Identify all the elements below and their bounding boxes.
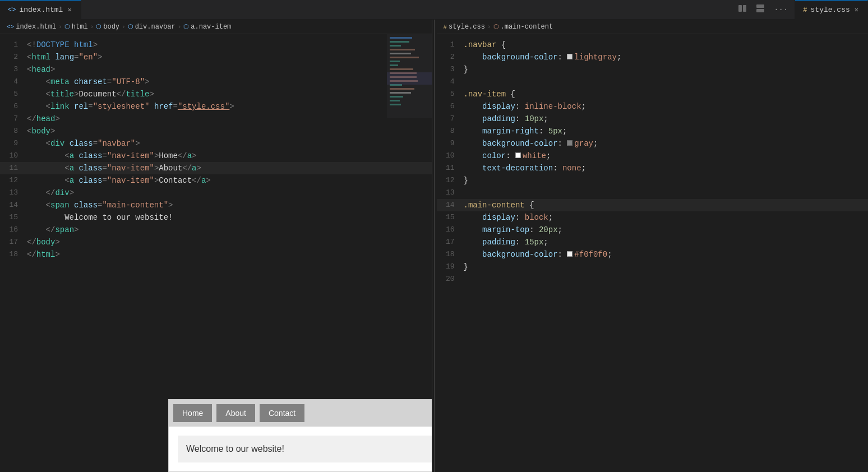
- line-content-18: </html>: [27, 248, 432, 261]
- div-tag-icon: ⬡: [128, 23, 133, 30]
- css-line-14: 14 .main-content {: [437, 199, 869, 211]
- css-num-5: 5: [437, 88, 464, 100]
- breadcrumb-css-file: # style.css: [444, 23, 485, 31]
- css-line-2: 2 background-color: lightgray;: [437, 51, 869, 63]
- line-num-4: 4: [0, 76, 27, 88]
- code-line-7: 7 </head>: [0, 113, 432, 125]
- tab-index-html[interactable]: <> index.html ✕: [0, 0, 81, 20]
- css-line-10: 10 color: white;: [437, 150, 869, 162]
- html-breadcrumb-icon: <>: [7, 24, 14, 30]
- svg-rect-19: [390, 96, 403, 98]
- svg-rect-7: [390, 49, 415, 50]
- preview-about-btn[interactable]: About: [216, 404, 255, 422]
- line-content-7: </head>: [27, 113, 432, 125]
- tab-close-css-button[interactable]: ✕: [853, 4, 860, 15]
- css-num-9: 9: [437, 137, 464, 150]
- html-tag-icon: ⬡: [64, 23, 70, 30]
- svg-rect-1: [743, 5, 746, 12]
- css-line-8: 8 margin-right: 5px;: [437, 125, 869, 137]
- line-content-10: <a class="nav-item">Home</a>: [27, 150, 432, 162]
- line-content-14: <span class="main-content">: [27, 199, 432, 211]
- breadcrumb-divnavbar-label: div.navbar: [135, 23, 176, 31]
- breadcrumb-divnavbar: ⬡ div.navbar: [128, 23, 176, 31]
- css-line-3: 3 }: [437, 63, 869, 76]
- code-line-12: 12 <a class="nav-item">Contact</a>: [0, 174, 432, 187]
- code-line-18: 18 </html>: [0, 248, 432, 261]
- line-num-8: 8: [0, 125, 27, 137]
- tab-close-button[interactable]: ✕: [66, 4, 72, 15]
- preview-main-content: Welcome to our website!: [178, 436, 432, 462]
- code-line-2: 2 <html lang="en">: [0, 51, 432, 63]
- line-num-14: 14: [0, 199, 27, 211]
- right-breadcrumb: # style.css › ⬡ .main-content: [437, 20, 869, 34]
- breadcrumb-filename: index.html: [16, 23, 56, 31]
- css-content-18: background-color: #f0f0f0;: [464, 248, 869, 261]
- css-num-3: 3: [437, 63, 464, 76]
- svg-rect-21: [390, 104, 401, 105]
- css-content-4: [464, 76, 869, 88]
- line-num-18: 18: [0, 248, 27, 261]
- svg-rect-22: [387, 72, 432, 85]
- line-num-13: 13: [0, 187, 27, 199]
- css-num-7: 7: [437, 113, 464, 125]
- code-line-1: 1 <!DOCTYPE html>: [0, 39, 432, 51]
- code-line-11: 11 <a class="nav-item">About</a>: [0, 162, 432, 174]
- preview-navbar: Home About Contact: [169, 400, 432, 427]
- css-num-11: 11: [437, 162, 464, 174]
- preview-welcome-text: Welcome to our website!: [186, 444, 284, 454]
- preview-home-btn[interactable]: Home: [173, 404, 212, 422]
- line-num-16: 16: [0, 224, 27, 236]
- split-vertical-button[interactable]: [754, 3, 767, 16]
- code-line-10: 10 <a class="nav-item">Home</a>: [0, 150, 432, 162]
- minimap: [387, 34, 432, 118]
- css-num-12: 12: [437, 174, 464, 187]
- code-line-6: 6 <link rel="stylesheet" href="style.css…: [0, 100, 432, 113]
- css-num-19: 19: [437, 261, 464, 273]
- css-content-11: text-decoration: none;: [464, 162, 869, 174]
- code-line-8: 8 <body>: [0, 125, 432, 137]
- css-line-6: 6 display: inline-block;: [437, 100, 869, 113]
- line-num-7: 7: [0, 113, 27, 125]
- preview-content-area: Welcome to our website!: [169, 427, 432, 471]
- a-tag-icon: ⬡: [183, 23, 189, 30]
- html-file-icon: <>: [8, 6, 16, 14]
- split-editor-button[interactable]: [736, 3, 749, 16]
- css-content-6: display: inline-block;: [464, 100, 869, 113]
- css-content-14: .main-content {: [464, 199, 869, 211]
- css-line-18: 18 background-color: #f0f0f0;: [437, 248, 869, 261]
- css-content-5: .nav-item {: [464, 88, 869, 100]
- line-num-17: 17: [0, 236, 27, 248]
- svg-rect-10: [390, 61, 400, 62]
- css-content-9: background-color: gray;: [464, 137, 869, 150]
- css-selector-icon: ⬡: [493, 23, 499, 30]
- preview-popup: Home About Contact Welcome to our websit…: [168, 399, 432, 472]
- css-num-15: 15: [437, 211, 464, 224]
- tab-style-css[interactable]: # style.css ✕: [795, 0, 868, 20]
- css-content-20: [464, 273, 869, 285]
- line-content-6: <link rel="stylesheet" href="style.css">: [27, 100, 432, 113]
- css-line-12: 12 }: [437, 174, 869, 187]
- css-num-16: 16: [437, 224, 464, 236]
- line-content-16: </span>: [27, 224, 432, 236]
- css-line-11: 11 text-decoration: none;: [437, 162, 869, 174]
- css-num-18: 18: [437, 248, 464, 261]
- breadcrumb-html-label: html: [72, 23, 88, 31]
- css-content-1: .navbar {: [464, 39, 869, 51]
- css-line-17: 17 padding: 15px;: [437, 236, 869, 248]
- css-line-20: 20: [437, 273, 869, 285]
- svg-rect-18: [390, 92, 411, 94]
- more-actions-button[interactable]: ···: [772, 4, 790, 15]
- svg-rect-2: [756, 4, 764, 8]
- breadcrumb-body: ⬡ body: [96, 23, 119, 31]
- preview-contact-btn[interactable]: Contact: [260, 404, 304, 422]
- line-num-2: 2: [0, 51, 27, 63]
- breadcrumb-css-selector-label: .main-content: [501, 23, 553, 31]
- code-line-15: 15 Welcome to our website!: [0, 211, 432, 224]
- right-code-editor[interactable]: 1 .navbar { 2 background-color: lightgra…: [437, 34, 869, 472]
- tab-label: index.html: [19, 6, 63, 14]
- line-num-3: 3: [0, 63, 27, 76]
- css-breadcrumb-icon: #: [444, 24, 447, 30]
- left-code-editor[interactable]: 1 <!DOCTYPE html> 2 <html lang="en"> 3 <…: [0, 34, 432, 472]
- left-editor-pane: <> index.html › ⬡ html › ⬡ body › ⬡ div.…: [0, 20, 432, 472]
- code-line-16: 16 </span>: [0, 224, 432, 236]
